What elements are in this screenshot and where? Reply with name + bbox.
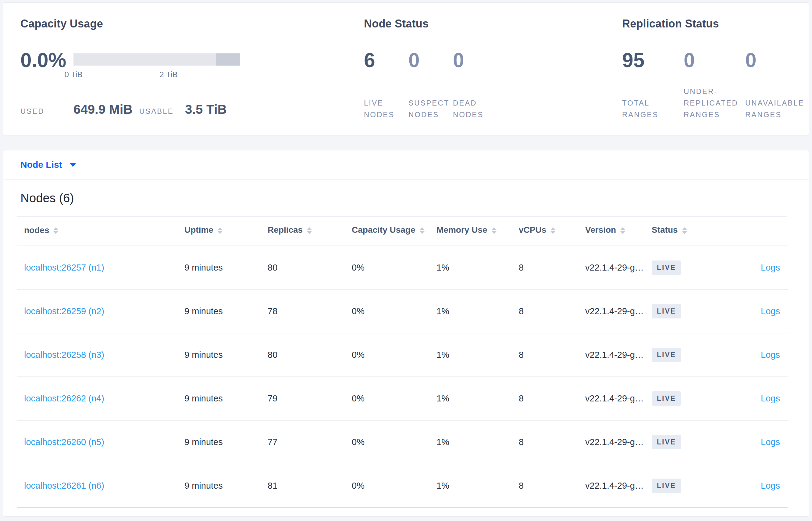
cell-memory: 1% (436, 464, 519, 507)
column-header-inner[interactable]: Memory Use (436, 225, 497, 237)
cell-vcpus: 8 (519, 420, 585, 464)
sort-up-arrow (307, 227, 312, 230)
node-link[interactable]: localhost:26257 (n1) (24, 263, 104, 272)
column-header-inner[interactable]: Uptime (184, 225, 222, 237)
sort-down-arrow (218, 231, 222, 234)
capacity-bar: 0 TiB2 TiB (73, 53, 240, 85)
table-row: localhost:26262 (n4)9 minutes790%1%8v22.… (17, 377, 788, 420)
column-header-uptime[interactable]: Uptime (184, 217, 268, 246)
node-link[interactable]: localhost:26260 (n5) (24, 437, 104, 447)
cell-node: localhost:26261 (n6) (17, 464, 184, 507)
logs-link[interactable]: Logs (761, 350, 780, 360)
axis-tick-label: 0 TiB (64, 70, 82, 79)
cell-logs: Logs (721, 464, 788, 507)
logs-link[interactable]: Logs (761, 481, 780, 491)
nodes-section-title: Nodes (6) (20, 191, 809, 205)
cell-capacity: 0% (352, 290, 436, 333)
column-header-version[interactable]: Version (585, 217, 652, 246)
cell-status: LIVE (652, 290, 721, 333)
capacity-bar-axis: 0 TiB2 TiB (73, 66, 240, 85)
stat-total-ranges: 95TOTAL RANGES (622, 49, 684, 120)
cell-replicas: 80 (268, 333, 352, 377)
node-link[interactable]: localhost:26259 (n2) (24, 306, 104, 316)
cell-logs: Logs (721, 420, 788, 464)
column-header-label: Memory Use (436, 225, 487, 237)
replication-status-section: Replication Status 95TOTAL RANGES0UNDER-… (618, 14, 809, 135)
column-header-status[interactable]: Status (652, 217, 721, 246)
logs-link[interactable]: Logs (761, 437, 780, 447)
cell-replicas: 77 (268, 420, 352, 464)
node-list-dropdown[interactable]: Node List (20, 160, 76, 170)
column-header-capacity[interactable]: Capacity Usage (352, 217, 436, 246)
stat-suspect-nodes: 0SUSPECT NODES (408, 49, 453, 120)
table-row: localhost:26260 (n5)9 minutes770%1%8v22.… (17, 420, 788, 464)
stat-dead-nodes: 0DEAD NODES (453, 49, 497, 120)
cell-replicas: 79 (268, 377, 352, 420)
view-selector-bar: Node List (3, 150, 809, 179)
stat-value: 6 (364, 49, 408, 71)
table-row: localhost:26257 (n1)9 minutes800%1%8v22.… (17, 246, 788, 290)
cell-logs: Logs (721, 333, 788, 377)
replication-status-stats: 95TOTAL RANGES0UNDER-REPLICATED RANGES0U… (622, 49, 809, 120)
logs-link[interactable]: Logs (761, 306, 780, 316)
cluster-summary-card: Capacity Usage 0.0% 0 TiB2 TiB USED 649.… (3, 2, 809, 135)
sort-up-arrow (218, 227, 222, 230)
column-header-label: Uptime (184, 225, 213, 237)
sort-up-arrow (550, 227, 555, 230)
chevron-down-icon (70, 163, 76, 167)
node-list-dropdown-label: Node List (20, 160, 62, 170)
column-header-inner[interactable]: Capacity Usage (352, 225, 425, 237)
status-badge: LIVE (652, 479, 681, 493)
sort-down-arrow (53, 231, 58, 234)
sort-up-arrow (420, 227, 425, 230)
sort-icon (550, 227, 555, 234)
capacity-usage-section: Capacity Usage 0.0% 0 TiB2 TiB USED 649.… (17, 14, 360, 135)
cell-node: localhost:26257 (n1) (17, 246, 184, 290)
column-header-inner[interactable]: Version (585, 225, 625, 237)
cell-status: LIVE (652, 420, 721, 464)
node-status-section: Node Status 6LIVE NODES0SUSPECT NODES0DE… (360, 14, 618, 135)
cell-node: localhost:26259 (n2) (17, 290, 184, 333)
status-badge: LIVE (652, 348, 681, 362)
cell-vcpus: 8 (519, 290, 585, 333)
cell-vcpus: 8 (519, 246, 585, 290)
cell-vcpus: 8 (519, 377, 585, 420)
nodes-card: Nodes (6) nodesUptimeReplicasCapacity Us… (3, 180, 809, 517)
stat-value: 0 (684, 49, 745, 71)
logs-link[interactable]: Logs (761, 393, 780, 403)
cell-node: localhost:26260 (n5) (17, 420, 184, 464)
sort-icon (218, 227, 222, 234)
column-header-inner[interactable]: vCPUs (519, 225, 555, 237)
axis-tick: 0 TiB (64, 68, 82, 79)
sort-up-arrow (492, 227, 497, 230)
cell-capacity: 0% (352, 464, 436, 507)
column-header-vcpus[interactable]: vCPUs (519, 217, 585, 246)
logs-link[interactable]: Logs (761, 263, 780, 272)
sort-icon (620, 227, 625, 234)
cell-replicas: 80 (268, 246, 352, 290)
sort-down-arrow (620, 231, 625, 234)
node-link[interactable]: localhost:26262 (n4) (24, 393, 104, 403)
column-header-replicas[interactable]: Replicas (268, 217, 352, 246)
table-row: localhost:26259 (n2)9 minutes780%1%8v22.… (17, 290, 788, 333)
column-header-inner[interactable]: nodes (24, 225, 58, 237)
replication-status-title: Replication Status (622, 17, 809, 30)
column-header-label: Replicas (268, 225, 303, 237)
cell-node: localhost:26258 (n3) (17, 333, 184, 377)
column-header-memory[interactable]: Memory Use (436, 217, 519, 246)
cell-memory: 1% (436, 246, 519, 290)
node-link[interactable]: localhost:26258 (n3) (24, 350, 104, 360)
table-header-row: nodesUptimeReplicasCapacity UsageMemory … (17, 217, 788, 246)
column-header-node[interactable]: nodes (17, 217, 184, 246)
status-badge: LIVE (652, 304, 681, 318)
cell-uptime: 9 minutes (184, 333, 268, 377)
column-header-inner[interactable]: Status (652, 225, 687, 237)
stat-value: 0 (408, 49, 453, 71)
column-header-inner[interactable]: Replicas (268, 225, 312, 237)
table-row: localhost:26261 (n6)9 minutes810%1%8v22.… (17, 464, 788, 507)
cell-logs: Logs (721, 377, 788, 420)
cell-version: v22.1.4-29-g… (585, 246, 652, 290)
node-link[interactable]: localhost:26261 (n6) (24, 481, 104, 491)
used-value: 649.9 MiB (73, 102, 139, 117)
sort-icon (420, 227, 425, 234)
